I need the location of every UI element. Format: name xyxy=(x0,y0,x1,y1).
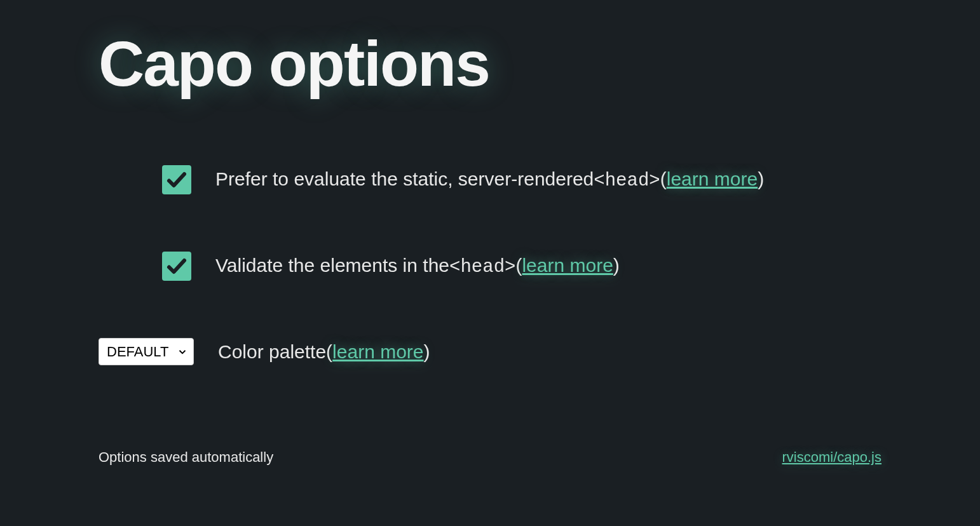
learn-more-link-validate[interactable]: learn more xyxy=(522,255,613,276)
learn-more-link-palette[interactable]: learn more xyxy=(332,341,423,363)
footer: Options saved automatically rviscomi/cap… xyxy=(99,449,881,466)
paren-close: ) xyxy=(758,168,764,190)
checkbox-validate[interactable] xyxy=(162,252,191,281)
paren-open: ( xyxy=(660,168,667,190)
checkmark-icon xyxy=(165,255,188,278)
checkbox-static-eval[interactable] xyxy=(162,165,191,194)
code-head: <head> xyxy=(594,170,660,191)
option-row-palette: DEFAULT Color palette ( learn more ) xyxy=(99,338,881,365)
option-label-validate: Validate the elements in the <head> ( le… xyxy=(215,255,620,278)
label-text: Prefer to evaluate the static, server-re… xyxy=(215,168,594,190)
paren-open: ( xyxy=(326,341,332,363)
paren-open: ( xyxy=(515,255,522,276)
footer-status: Options saved automatically xyxy=(99,449,273,466)
checkmark-icon xyxy=(165,168,188,191)
label-text: Validate the elements in the xyxy=(215,255,449,276)
label-text: Color palette xyxy=(218,341,326,363)
option-label-static-eval: Prefer to evaluate the static, server-re… xyxy=(215,168,764,191)
learn-more-link-static[interactable]: learn more xyxy=(667,168,758,190)
paren-close: ) xyxy=(613,255,620,276)
option-label-palette: Color palette ( learn more ) xyxy=(218,341,430,363)
option-row-static-eval: Prefer to evaluate the static, server-re… xyxy=(99,165,881,194)
page-title: Capo options xyxy=(99,32,881,95)
option-row-validate: Validate the elements in the <head> ( le… xyxy=(99,252,881,281)
select-color-palette[interactable]: DEFAULT xyxy=(99,338,194,365)
code-head: <head> xyxy=(449,257,515,278)
paren-close: ) xyxy=(424,341,430,363)
footer-repo-link[interactable]: rviscomi/capo.js xyxy=(782,449,881,466)
